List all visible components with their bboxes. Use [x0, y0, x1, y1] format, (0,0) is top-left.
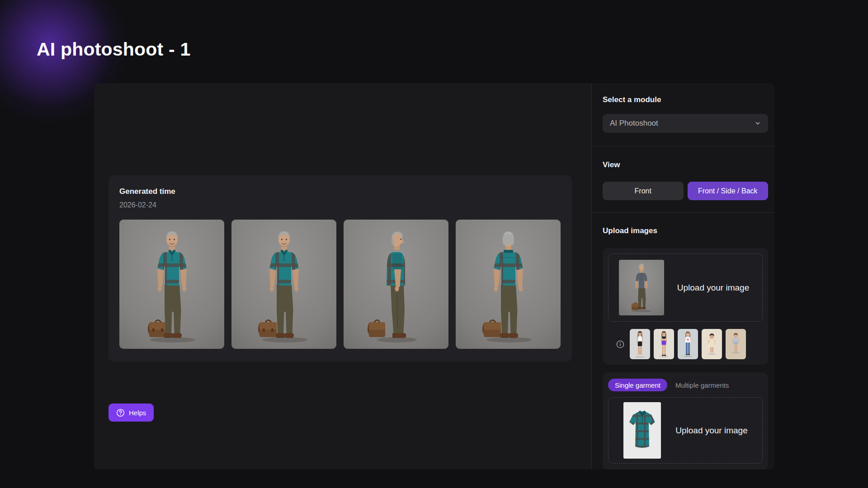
garment-upload-dropzone[interactable]: Upload your image: [608, 397, 763, 464]
module-section: Select a module AI Photoshoot: [592, 83, 774, 146]
garment-upload-card: Single garment Multiple garments Upload: [603, 372, 768, 469]
model-upload-text: Upload your image: [664, 283, 762, 293]
garment-upload-text: Upload your image: [661, 426, 762, 436]
generated-image-back[interactable]: [456, 220, 561, 349]
helps-button[interactable]: Helps: [108, 404, 154, 422]
model-back-illustration: [456, 220, 561, 349]
sample-model-thumbnail-3[interactable]: [678, 329, 698, 359]
generated-results-card: Generated time 2026-02-24: [108, 175, 572, 361]
model-thumbnail: [619, 260, 664, 315]
view-toggle-group: Front Front / Side / Back: [603, 182, 768, 200]
module-dropdown-value: AI Photoshoot: [610, 119, 658, 128]
select-module-label: Select a module: [603, 95, 768, 104]
model-thumbnail-illustration: [619, 260, 664, 315]
main-panel: Generated time 2026-02-24: [94, 83, 591, 469]
helps-label: Helps: [129, 409, 146, 417]
sample-model-3-illustration: [678, 329, 698, 359]
generated-date-value: 2026-02-24: [119, 201, 561, 209]
model-upload-dropzone[interactable]: Upload your image: [608, 253, 763, 322]
view-front-button[interactable]: Front: [603, 182, 684, 200]
view-label: View: [603, 160, 768, 169]
model-front-illustration: [231, 220, 336, 349]
chevron-down-icon: [755, 120, 761, 127]
sidebar: Select a module AI Photoshoot View Front…: [591, 83, 774, 469]
question-circle-icon: [116, 408, 125, 417]
multiple-garments-tab[interactable]: Multiple garments: [675, 381, 729, 389]
garment-thumbnail: [623, 402, 661, 459]
generated-image-front-2[interactable]: [231, 220, 336, 349]
info-icon[interactable]: [616, 340, 624, 348]
model-upload-card: Upload your image: [603, 248, 768, 365]
sample-models-row: [608, 329, 763, 359]
upload-images-label: Upload images: [603, 226, 768, 235]
generated-image-side[interactable]: [344, 220, 448, 349]
sample-model-thumbnail-4[interactable]: [702, 329, 722, 359]
sample-model-thumbnail-5[interactable]: [726, 329, 746, 359]
upload-section: Upload images: [592, 213, 774, 469]
page-title: AI photoshoot - 1: [37, 39, 190, 60]
generated-time-label: Generated time: [119, 187, 561, 196]
view-front-side-back-button[interactable]: Front / Side / Back: [688, 182, 769, 200]
garment-polo-illustration: [623, 402, 661, 459]
module-dropdown[interactable]: AI Photoshoot: [603, 114, 768, 133]
generated-images-row: [119, 220, 561, 349]
app-container: Generated time 2026-02-24: [94, 83, 774, 469]
sample-model-thumbnail-2[interactable]: [654, 329, 674, 359]
generated-image-front-1[interactable]: [119, 220, 224, 349]
view-section: View Front Front / Side / Back: [592, 146, 774, 213]
sample-model-1-illustration: [630, 329, 650, 359]
garment-tabs: Single garment Multiple garments: [608, 379, 763, 391]
single-garment-tab[interactable]: Single garment: [608, 379, 667, 391]
sample-model-2-illustration: [654, 329, 674, 359]
sample-model-thumbnail-1[interactable]: [630, 329, 650, 359]
sample-model-5-illustration: [726, 329, 746, 359]
model-front-illustration: [119, 220, 224, 349]
model-side-illustration: [344, 220, 448, 349]
sample-model-4-illustration: [702, 329, 722, 359]
